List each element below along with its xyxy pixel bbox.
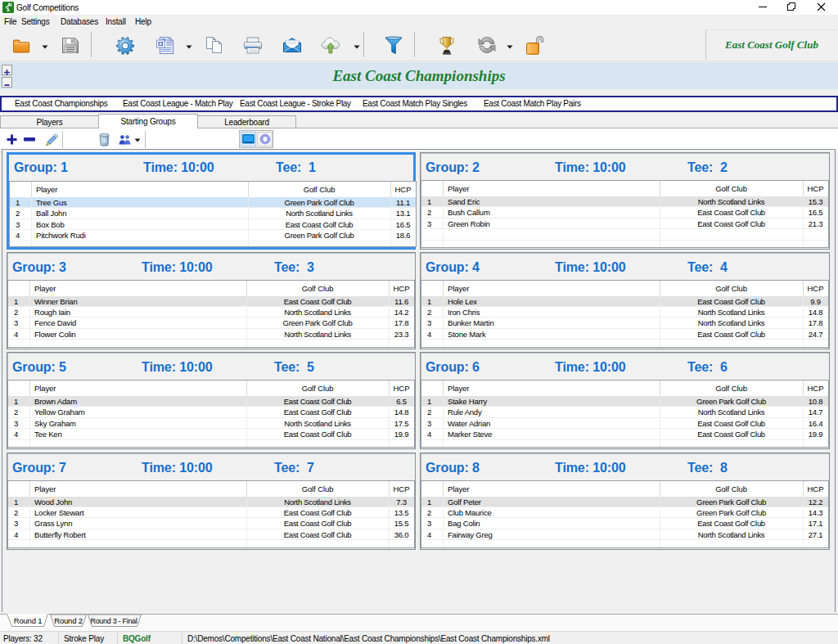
svg-text:Round 3 - Final: Round 3 - Final [90,617,137,625]
svg-text:Round 1: Round 1 [14,616,43,625]
svg-text:Round 2: Round 2 [54,616,83,625]
